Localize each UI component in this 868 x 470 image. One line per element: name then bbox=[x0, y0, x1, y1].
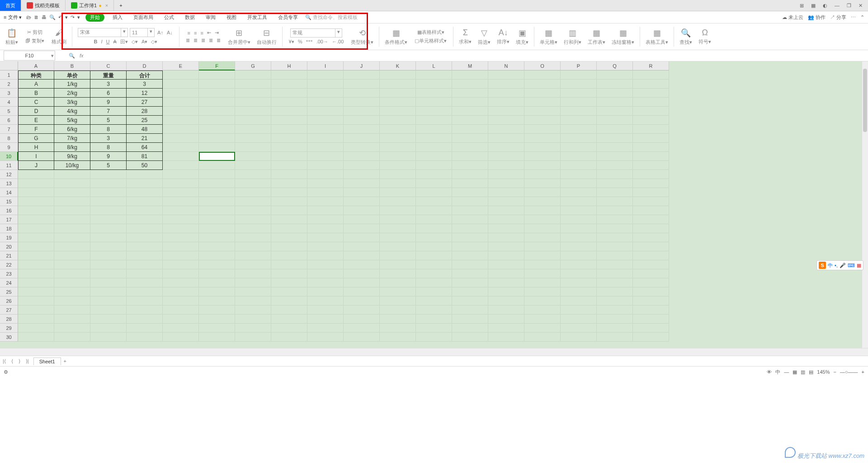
cell-B3[interactable]: 2/kg bbox=[54, 89, 90, 98]
cell-A23[interactable] bbox=[18, 269, 54, 278]
cell-R18[interactable] bbox=[633, 224, 669, 233]
cell-H1[interactable] bbox=[271, 70, 307, 80]
cell-D16[interactable] bbox=[127, 206, 163, 215]
cell-F3[interactable] bbox=[199, 89, 235, 98]
cell-E17[interactable] bbox=[163, 215, 199, 224]
cell-F14[interactable] bbox=[199, 188, 235, 197]
cell-M29[interactable] bbox=[452, 324, 488, 333]
wrap-button[interactable]: ⊟自动换行 bbox=[255, 28, 278, 46]
cell-J27[interactable] bbox=[344, 306, 380, 315]
cell-L24[interactable] bbox=[416, 278, 452, 287]
cell-F5[interactable] bbox=[199, 107, 235, 116]
cell-R17[interactable] bbox=[633, 215, 669, 224]
cell-M15[interactable] bbox=[452, 197, 488, 206]
cell-I28[interactable] bbox=[307, 315, 344, 324]
cell-P11[interactable] bbox=[561, 161, 597, 170]
cell-N27[interactable] bbox=[488, 306, 524, 315]
cell-R21[interactable] bbox=[633, 251, 669, 260]
layout-icon[interactable]: ⊞ bbox=[798, 3, 806, 9]
cell-M12[interactable] bbox=[452, 170, 488, 179]
row-header-10[interactable]: 10 bbox=[0, 152, 18, 161]
row-header-18[interactable]: 18 bbox=[0, 224, 18, 233]
view-pagebreak-icon[interactable]: ▥ bbox=[801, 369, 805, 375]
cellref-dd-icon[interactable]: ▾ bbox=[51, 53, 54, 59]
cell-I22[interactable] bbox=[307, 260, 344, 269]
cell-K6[interactable] bbox=[380, 116, 416, 125]
cell-I6[interactable] bbox=[307, 116, 344, 125]
font-size-dd-icon[interactable]: ▾ bbox=[148, 28, 155, 37]
cell-D7[interactable]: 48 bbox=[127, 125, 163, 134]
cell-G30[interactable] bbox=[235, 333, 271, 342]
cell-F2[interactable] bbox=[199, 80, 235, 89]
col-header-D[interactable]: D bbox=[127, 61, 163, 70]
horizontal-scrollbar[interactable] bbox=[0, 348, 868, 356]
cell-A20[interactable] bbox=[18, 242, 54, 251]
cell-J17[interactable] bbox=[344, 215, 380, 224]
cell-C28[interactable] bbox=[90, 315, 127, 324]
cell-O11[interactable] bbox=[524, 161, 561, 170]
cell-L9[interactable] bbox=[416, 143, 452, 152]
cell-A19[interactable] bbox=[18, 233, 54, 242]
tab-add[interactable]: + bbox=[114, 0, 127, 11]
cell-L23[interactable] bbox=[416, 269, 452, 278]
cell-C22[interactable] bbox=[90, 260, 127, 269]
cell-D10[interactable]: 81 bbox=[127, 152, 163, 161]
cell-R28[interactable] bbox=[633, 315, 669, 324]
cell-E25[interactable] bbox=[163, 287, 199, 296]
view-layout-icon[interactable]: ▤ bbox=[809, 369, 813, 375]
cell-C20[interactable] bbox=[90, 242, 127, 251]
cell-L14[interactable] bbox=[416, 188, 452, 197]
cell-H4[interactable] bbox=[271, 98, 307, 107]
cell-R16[interactable] bbox=[633, 206, 669, 215]
window-close-icon[interactable]: ✕ bbox=[857, 3, 864, 9]
cell-P13[interactable] bbox=[561, 179, 597, 188]
ime-zh[interactable]: 中 bbox=[828, 262, 833, 269]
col-header-R[interactable]: R bbox=[633, 61, 669, 70]
cell-B29[interactable] bbox=[54, 324, 90, 333]
cell-D3[interactable]: 12 bbox=[127, 89, 163, 98]
cell-K23[interactable] bbox=[380, 269, 416, 278]
cell-M4[interactable] bbox=[452, 98, 488, 107]
cell-O27[interactable] bbox=[524, 306, 561, 315]
cell-Q22[interactable] bbox=[597, 260, 633, 269]
cell-B25[interactable] bbox=[54, 287, 90, 296]
col-header-Q[interactable]: Q bbox=[597, 61, 633, 70]
cell-O22[interactable] bbox=[524, 260, 561, 269]
cell-N19[interactable] bbox=[488, 233, 524, 242]
cell-Q7[interactable] bbox=[597, 125, 633, 134]
cell-B17[interactable] bbox=[54, 215, 90, 224]
cell-M18[interactable] bbox=[452, 224, 488, 233]
symbol-button[interactable]: Ω符号▾ bbox=[697, 28, 713, 45]
cell-E27[interactable] bbox=[163, 306, 199, 315]
cell-O28[interactable] bbox=[524, 315, 561, 324]
font-name-dd-icon[interactable]: ▾ bbox=[121, 28, 128, 37]
cell-P29[interactable] bbox=[561, 324, 597, 333]
cell-A21[interactable] bbox=[18, 251, 54, 260]
cell-N15[interactable] bbox=[488, 197, 524, 206]
cell-K1[interactable] bbox=[380, 70, 416, 80]
cell-Q12[interactable] bbox=[597, 170, 633, 179]
cell-N17[interactable] bbox=[488, 215, 524, 224]
cell-B24[interactable] bbox=[54, 278, 90, 287]
cell-L20[interactable] bbox=[416, 242, 452, 251]
cell-M28[interactable] bbox=[452, 315, 488, 324]
cell-A29[interactable] bbox=[18, 324, 54, 333]
cell-Q15[interactable] bbox=[597, 197, 633, 206]
font-shrink-icon[interactable]: A↓ bbox=[166, 29, 174, 36]
user-icon[interactable]: ◐ bbox=[821, 3, 829, 9]
cell-N14[interactable] bbox=[488, 188, 524, 197]
cell-A16[interactable] bbox=[18, 206, 54, 215]
cell-C10[interactable]: 9 bbox=[90, 152, 127, 161]
cell-M3[interactable] bbox=[452, 89, 488, 98]
cell-C19[interactable] bbox=[90, 233, 127, 242]
cell-J24[interactable] bbox=[344, 278, 380, 287]
cell-M5[interactable] bbox=[452, 107, 488, 116]
cell-D2[interactable]: 3 bbox=[127, 80, 163, 89]
cell-C17[interactable] bbox=[90, 215, 127, 224]
cell-M27[interactable] bbox=[452, 306, 488, 315]
font-color-icon[interactable]: A▾ bbox=[141, 38, 148, 45]
collab-button[interactable]: 👥 协作 bbox=[808, 14, 826, 21]
cell-P28[interactable] bbox=[561, 315, 597, 324]
cell-K15[interactable] bbox=[380, 197, 416, 206]
cell-B21[interactable] bbox=[54, 251, 90, 260]
